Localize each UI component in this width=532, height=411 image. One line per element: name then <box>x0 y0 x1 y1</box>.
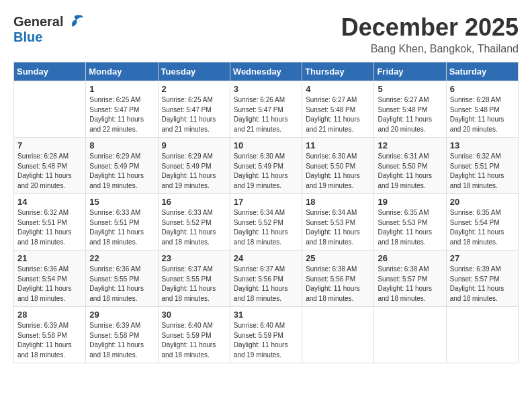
day-number: 5 <box>378 84 442 94</box>
day-number: 25 <box>306 253 370 263</box>
week-row-2: 14Sunrise: 6:32 AM Sunset: 5:51 PM Dayli… <box>14 194 519 250</box>
title-section: December 2025 Bang Khen, Bangkok, Thaila… <box>341 13 519 55</box>
week-row-3: 21Sunrise: 6:36 AM Sunset: 5:54 PM Dayli… <box>14 250 519 307</box>
day-info: Sunrise: 6:28 AM Sunset: 5:48 PM Dayligh… <box>450 95 515 134</box>
day-info: Sunrise: 6:36 AM Sunset: 5:55 PM Dayligh… <box>89 265 154 304</box>
calendar-cell <box>14 81 86 138</box>
calendar-cell: 1Sunrise: 6:25 AM Sunset: 5:47 PM Daylig… <box>86 81 158 138</box>
day-number: 1 <box>89 84 154 94</box>
logo-bird-icon <box>64 13 85 30</box>
weekday-header-tuesday: Tuesday <box>158 62 230 81</box>
day-info: Sunrise: 6:32 AM Sunset: 5:51 PM Dayligh… <box>450 152 515 191</box>
day-info: Sunrise: 6:25 AM Sunset: 5:47 PM Dayligh… <box>89 95 154 134</box>
day-number: 7 <box>17 140 82 150</box>
day-number: 9 <box>162 140 226 150</box>
weekday-header-row: SundayMondayTuesdayWednesdayThursdayFrid… <box>14 62 519 81</box>
month-title: December 2025 <box>341 13 519 42</box>
day-number: 8 <box>89 140 154 150</box>
day-number: 14 <box>17 197 82 207</box>
day-number: 3 <box>234 84 298 94</box>
calendar-cell <box>374 307 446 363</box>
day-number: 11 <box>306 140 370 150</box>
logo-blue-text: Blue <box>13 30 42 45</box>
calendar-cell: 9Sunrise: 6:29 AM Sunset: 5:49 PM Daylig… <box>158 138 230 194</box>
weekday-header-monday: Monday <box>86 62 158 81</box>
day-info: Sunrise: 6:38 AM Sunset: 5:57 PM Dayligh… <box>378 265 442 304</box>
day-info: Sunrise: 6:27 AM Sunset: 5:48 PM Dayligh… <box>378 95 442 134</box>
weekday-header-wednesday: Wednesday <box>230 62 302 81</box>
calendar-cell: 29Sunrise: 6:39 AM Sunset: 5:58 PM Dayli… <box>86 307 158 363</box>
day-info: Sunrise: 6:39 AM Sunset: 5:58 PM Dayligh… <box>17 321 82 360</box>
logo: General Blue <box>13 13 85 45</box>
calendar-cell: 27Sunrise: 6:39 AM Sunset: 5:57 PM Dayli… <box>446 250 518 307</box>
page-container: General Blue December 2025 Bang Khen, Ba… <box>13 13 519 363</box>
day-number: 18 <box>306 197 370 207</box>
logo-general-text: General <box>13 14 63 30</box>
day-number: 20 <box>450 197 515 207</box>
calendar-cell: 30Sunrise: 6:40 AM Sunset: 5:59 PM Dayli… <box>158 307 230 363</box>
week-row-0: 1Sunrise: 6:25 AM Sunset: 5:47 PM Daylig… <box>14 81 519 138</box>
day-info: Sunrise: 6:29 AM Sunset: 5:49 PM Dayligh… <box>162 152 226 191</box>
calendar-cell: 4Sunrise: 6:27 AM Sunset: 5:48 PM Daylig… <box>302 81 374 138</box>
calendar-cell: 22Sunrise: 6:36 AM Sunset: 5:55 PM Dayli… <box>86 250 158 307</box>
calendar-cell: 13Sunrise: 6:32 AM Sunset: 5:51 PM Dayli… <box>446 138 518 194</box>
day-number: 27 <box>450 253 515 263</box>
calendar-cell: 5Sunrise: 6:27 AM Sunset: 5:48 PM Daylig… <box>374 81 446 138</box>
day-number: 12 <box>378 140 442 150</box>
day-number: 13 <box>450 140 515 150</box>
day-number: 6 <box>450 84 515 94</box>
calendar-cell: 2Sunrise: 6:25 AM Sunset: 5:47 PM Daylig… <box>158 81 230 138</box>
calendar-cell: 17Sunrise: 6:34 AM Sunset: 5:52 PM Dayli… <box>230 194 302 250</box>
day-info: Sunrise: 6:39 AM Sunset: 5:58 PM Dayligh… <box>89 321 154 360</box>
calendar-cell: 24Sunrise: 6:37 AM Sunset: 5:56 PM Dayli… <box>230 250 302 307</box>
day-info: Sunrise: 6:35 AM Sunset: 5:54 PM Dayligh… <box>450 208 515 247</box>
calendar-table: SundayMondayTuesdayWednesdayThursdayFrid… <box>13 62 519 363</box>
calendar-cell: 26Sunrise: 6:38 AM Sunset: 5:57 PM Dayli… <box>374 250 446 307</box>
day-number: 28 <box>17 310 82 320</box>
day-info: Sunrise: 6:34 AM Sunset: 5:53 PM Dayligh… <box>306 208 370 247</box>
weekday-header-friday: Friday <box>374 62 446 81</box>
calendar-cell: 20Sunrise: 6:35 AM Sunset: 5:54 PM Dayli… <box>446 194 518 250</box>
calendar-cell: 8Sunrise: 6:29 AM Sunset: 5:49 PM Daylig… <box>86 138 158 194</box>
day-number: 17 <box>234 197 298 207</box>
calendar-cell: 18Sunrise: 6:34 AM Sunset: 5:53 PM Dayli… <box>302 194 374 250</box>
header: General Blue December 2025 Bang Khen, Ba… <box>13 13 519 55</box>
day-number: 26 <box>378 253 442 263</box>
calendar-cell: 23Sunrise: 6:37 AM Sunset: 5:55 PM Dayli… <box>158 250 230 307</box>
calendar-cell: 6Sunrise: 6:28 AM Sunset: 5:48 PM Daylig… <box>446 81 518 138</box>
calendar-cell: 10Sunrise: 6:30 AM Sunset: 5:49 PM Dayli… <box>230 138 302 194</box>
day-info: Sunrise: 6:25 AM Sunset: 5:47 PM Dayligh… <box>162 95 226 134</box>
day-number: 29 <box>89 310 154 320</box>
weekday-header-sunday: Sunday <box>14 62 86 81</box>
day-info: Sunrise: 6:33 AM Sunset: 5:52 PM Dayligh… <box>162 208 226 247</box>
day-info: Sunrise: 6:40 AM Sunset: 5:59 PM Dayligh… <box>234 321 298 360</box>
day-number: 24 <box>234 253 298 263</box>
day-info: Sunrise: 6:27 AM Sunset: 5:48 PM Dayligh… <box>306 95 370 134</box>
day-info: Sunrise: 6:32 AM Sunset: 5:51 PM Dayligh… <box>17 208 82 247</box>
calendar-cell: 3Sunrise: 6:26 AM Sunset: 5:47 PM Daylig… <box>230 81 302 138</box>
day-number: 22 <box>89 253 154 263</box>
day-number: 4 <box>306 84 370 94</box>
day-info: Sunrise: 6:37 AM Sunset: 5:56 PM Dayligh… <box>234 265 298 304</box>
calendar-cell: 11Sunrise: 6:30 AM Sunset: 5:50 PM Dayli… <box>302 138 374 194</box>
day-info: Sunrise: 6:39 AM Sunset: 5:57 PM Dayligh… <box>450 265 515 304</box>
day-number: 30 <box>162 310 226 320</box>
day-info: Sunrise: 6:33 AM Sunset: 5:51 PM Dayligh… <box>89 208 154 247</box>
day-info: Sunrise: 6:28 AM Sunset: 5:48 PM Dayligh… <box>17 152 82 191</box>
calendar-cell: 25Sunrise: 6:38 AM Sunset: 5:56 PM Dayli… <box>302 250 374 307</box>
calendar-cell: 19Sunrise: 6:35 AM Sunset: 5:53 PM Dayli… <box>374 194 446 250</box>
calendar-cell: 31Sunrise: 6:40 AM Sunset: 5:59 PM Dayli… <box>230 307 302 363</box>
calendar-cell: 14Sunrise: 6:32 AM Sunset: 5:51 PM Dayli… <box>14 194 86 250</box>
location-title: Bang Khen, Bangkok, Thailand <box>341 43 519 55</box>
calendar-cell: 12Sunrise: 6:31 AM Sunset: 5:50 PM Dayli… <box>374 138 446 194</box>
day-number: 2 <box>162 84 226 94</box>
day-info: Sunrise: 6:31 AM Sunset: 5:50 PM Dayligh… <box>378 152 442 191</box>
day-info: Sunrise: 6:34 AM Sunset: 5:52 PM Dayligh… <box>234 208 298 247</box>
day-info: Sunrise: 6:38 AM Sunset: 5:56 PM Dayligh… <box>306 265 370 304</box>
day-info: Sunrise: 6:36 AM Sunset: 5:54 PM Dayligh… <box>17 265 82 304</box>
day-number: 19 <box>378 197 442 207</box>
calendar-cell: 15Sunrise: 6:33 AM Sunset: 5:51 PM Dayli… <box>86 194 158 250</box>
weekday-header-saturday: Saturday <box>446 62 518 81</box>
day-info: Sunrise: 6:35 AM Sunset: 5:53 PM Dayligh… <box>378 208 442 247</box>
day-number: 10 <box>234 140 298 150</box>
